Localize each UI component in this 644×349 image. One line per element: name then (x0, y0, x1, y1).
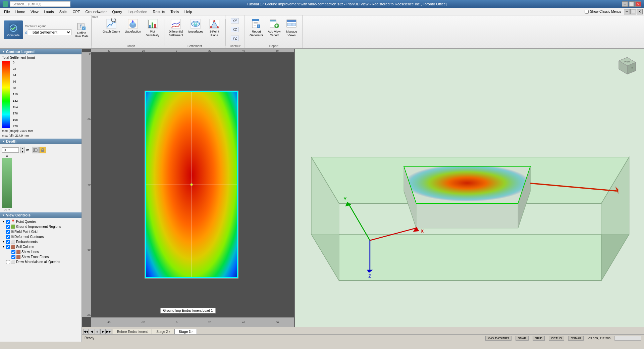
icon-draw-materials: ⬜ (11, 260, 15, 264)
isosurfaces-button[interactable]: Isosurfaces (186, 17, 205, 35)
tab-stage3[interactable]: Stage 3 › (174, 329, 197, 334)
status-ortho[interactable]: ORTHO (549, 336, 564, 341)
ribbon-restore-btn[interactable]: ⬜ (630, 9, 636, 14)
graph-query-button[interactable]: Graph Query (101, 17, 122, 35)
ribbon-spacer (303, 15, 643, 48)
menu-loads[interactable]: Loads (41, 9, 57, 14)
3point-plane-button[interactable]: 3-PointPlane (206, 17, 222, 38)
menu-results[interactable]: Results (150, 9, 168, 14)
manage-views-button[interactable]: ManageViews (283, 17, 300, 38)
ruler-left-m80: -80 (87, 314, 91, 317)
menu-home[interactable]: Home (13, 9, 28, 14)
3point-plane-label: 3-PointPlane (210, 30, 219, 37)
add-view-report-button[interactable]: Add ViewReport (266, 17, 282, 38)
menu-file[interactable]: File (1, 9, 13, 14)
compute-button[interactable]: Compute (4, 20, 23, 39)
status-max-datatips[interactable]: MAX DATATIPS (485, 336, 512, 341)
plan-view[interactable]: 0 -20 -40 -60 -80 -40-200204060 (82, 49, 295, 327)
liquefaction-button[interactable]: Liquefaction (123, 17, 143, 35)
depth-input[interactable] (2, 147, 19, 153)
tree-item-point-queries[interactable]: ▼ 📍 Point Queries (2, 219, 79, 224)
menu-tools[interactable]: Tools (168, 9, 182, 14)
cb-show-lines[interactable] (11, 250, 15, 254)
menu-query[interactable]: Query (109, 9, 125, 14)
title-bar: [Tutorial 17 Ground improvement with vib… (0, 0, 644, 8)
contour-legend-header[interactable]: ▼ Contour Legend (0, 49, 82, 54)
ribbon-minimize-btn[interactable]: ─ (624, 9, 630, 14)
plot-sensitivity-button[interactable]: PlotSensitivity (144, 17, 161, 38)
isosurfaces-label: Isosurfaces (188, 30, 203, 34)
nav-prev[interactable]: ◀ (89, 329, 94, 334)
cb-soil-column[interactable] (6, 245, 10, 249)
tab-before-embankment[interactable]: Before Embankment (113, 329, 152, 334)
status-osnap[interactable]: OSNAP (568, 336, 584, 341)
menu-liquefaction[interactable]: Liquefaction (125, 9, 150, 14)
tree-item-show-front-faces[interactable]: 🟫 Show Front Faces (2, 254, 79, 259)
nav-next[interactable]: ▶ (100, 329, 106, 334)
ruler-left-m60: -60 (87, 248, 91, 251)
tree-item-deformed-contours[interactable]: ⊞ Deformed Contours (2, 234, 79, 239)
legend-max-all: max (all): 214.9 mm (2, 134, 79, 137)
menu-soils[interactable]: Soils (57, 9, 70, 14)
depth-down-btn[interactable]: ▼ (20, 150, 25, 153)
restore-btn[interactable]: ⬜ (629, 1, 635, 7)
3d-view[interactable]: Front R (295, 49, 644, 327)
contour-items: XY XZ YZ (228, 17, 242, 44)
depth-lock-btn[interactable] (39, 147, 46, 153)
legend-max-stage: max (stage): 214.9 mm (2, 129, 79, 133)
nav-last[interactable]: ▶▶ (106, 329, 111, 334)
cb-embankments[interactable] (6, 240, 10, 244)
differential-settlement-button[interactable]: DifferentialSettlement (167, 17, 185, 38)
legend-val-176: 176 (13, 112, 18, 115)
view-controls-header[interactable]: ▼ View Controls (0, 212, 82, 218)
tree-item-ground-improvement[interactable]: 🟩 Ground Improvement Regions (2, 224, 79, 229)
cb-deformed-contours[interactable] (6, 235, 10, 239)
depth-camera-btn[interactable] (32, 147, 39, 153)
menu-help[interactable]: Help (182, 9, 195, 14)
expand-embankments[interactable]: ▼ (2, 240, 5, 243)
minimize-btn[interactable]: ─ (622, 1, 628, 7)
menu-cpt[interactable]: CPT (70, 9, 83, 14)
ruler-top: -40-200204060 (91, 49, 294, 52)
nav-first[interactable]: ◀◀ (83, 329, 89, 334)
svg-rect-42 (270, 20, 276, 21)
ribbon-close-btn[interactable]: ✕ (637, 9, 643, 14)
cb-point-queries[interactable] (6, 220, 10, 224)
tree-item-show-lines[interactable]: 🟫 Show Lines (2, 249, 79, 254)
xy-button[interactable]: XY (228, 17, 242, 25)
settlement-items: DifferentialSettlement Isosurfaces (167, 17, 222, 44)
status-snap[interactable]: SNAP (516, 336, 529, 341)
ribbon-group-settlement: DifferentialSettlement Isosurfaces (164, 15, 225, 48)
contour-legend-title: Contour Legend (6, 50, 35, 54)
close-btn[interactable]: ✕ (635, 1, 641, 7)
depth-up-btn[interactable]: ▲ (20, 147, 25, 150)
report-generator-button[interactable]: R ReportGenerator (248, 17, 265, 38)
label-embankments: Embankments (16, 240, 38, 244)
legend-val-154: 154 (13, 105, 18, 109)
tree-item-soil-column[interactable]: ▼ 🟫 Soil Column (2, 244, 79, 249)
cb-show-front-faces[interactable] (11, 255, 15, 259)
nav-num[interactable]: # (95, 329, 100, 334)
tree-item-embankments[interactable]: ▼ ⬜ Embankments (2, 239, 79, 244)
xz-button[interactable]: XZ (228, 26, 242, 34)
status-grid[interactable]: GRID (533, 336, 545, 341)
cb-draw-materials[interactable] (6, 260, 10, 264)
search-input[interactable] (10, 1, 70, 7)
expand-soil-column[interactable]: ▼ (2, 245, 5, 248)
menu-groundwater[interactable]: Groundwater (83, 9, 110, 14)
cb-ground-improvement[interactable] (6, 225, 10, 229)
icon-show-lines: 🟫 (16, 250, 21, 254)
tree-item-field-point-grid[interactable]: ⊞ Field Point Grid (2, 229, 79, 234)
tab-stage2[interactable]: Stage 2 › (152, 329, 174, 334)
data-type-select[interactable]: Total Settlement (28, 29, 71, 35)
classic-menus-checkbox[interactable] (585, 10, 589, 14)
legend-val-0: 0 (13, 61, 18, 64)
status-ready: Ready (85, 336, 94, 340)
depth-header[interactable]: ▼ Depth (0, 139, 82, 144)
tree-item-draw-materials[interactable]: ⬜ Draw Materials on all Queries (2, 259, 79, 264)
define-user-data-button[interactable]: f ✓ DefineUser Data (75, 22, 89, 38)
menu-view[interactable]: View (28, 9, 41, 14)
yz-button[interactable]: YZ (228, 34, 242, 42)
expand-point-queries[interactable]: ▼ (2, 220, 5, 223)
cb-field-point-grid[interactable] (6, 230, 10, 234)
